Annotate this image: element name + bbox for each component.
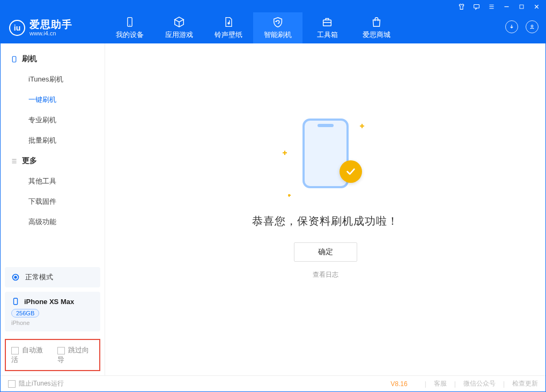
sidebar-group-flash: 刷机 — [1, 49, 105, 69]
sidebar-item-other[interactable]: 其他工具 — [1, 171, 105, 191]
nav-label: 工具箱 — [317, 30, 338, 40]
device-type: iPhone — [11, 320, 94, 326]
footer-link-support[interactable]: 客服 — [434, 379, 447, 388]
maximize-icon[interactable] — [518, 3, 525, 10]
nav-tools[interactable]: 工具箱 — [302, 12, 352, 43]
toolbox-icon — [321, 16, 333, 28]
phone-small-icon — [10, 55, 18, 63]
bag-icon — [371, 16, 382, 28]
nav-apps[interactable]: 应用游戏 — [154, 12, 204, 43]
list-icon — [10, 157, 18, 165]
svg-point-6 — [531, 25, 533, 27]
checkbox-auto-activate[interactable]: 自动激活 — [11, 345, 48, 365]
nav-label: 应用游戏 — [165, 30, 193, 40]
sidebar-item-oneclick[interactable]: 一键刷机 — [1, 90, 105, 110]
window-titlebar — [1, 1, 545, 12]
svg-point-9 — [14, 276, 17, 278]
svg-rect-1 — [520, 5, 523, 9]
cube-icon — [173, 16, 185, 28]
device-info-box[interactable]: iPhone XS Max 256GB iPhone — [5, 292, 100, 331]
status-bar: 阻止iTunes运行 V8.16 | 客服 | 微信公众号 | 检查更新 — [1, 375, 545, 391]
user-icon[interactable] — [526, 20, 538, 33]
svg-rect-10 — [14, 298, 18, 304]
sidebar-group-title: 更多 — [22, 156, 37, 166]
success-message: 恭喜您，保资料刷机成功啦！ — [252, 214, 399, 228]
nav-flash[interactable]: 智能刷机 — [253, 12, 302, 43]
check-badge-icon — [340, 160, 362, 183]
minimize-icon[interactable] — [503, 3, 510, 10]
nav-label: 智能刷机 — [264, 30, 292, 40]
sidebar-item-advanced[interactable]: 高级功能 — [1, 212, 105, 232]
device-mode-box[interactable]: 正常模式 — [5, 267, 100, 287]
sidebar-group-title: 刷机 — [22, 54, 37, 64]
app-name: 爱思助手 — [29, 19, 72, 29]
nav-label: 铃声壁纸 — [215, 30, 242, 40]
nav-label: 我的设备 — [116, 30, 144, 40]
close-icon[interactable] — [533, 3, 540, 10]
sidebar-item-batch[interactable]: 批量刷机 — [1, 130, 105, 151]
feedback-icon[interactable] — [473, 3, 480, 10]
nav-store[interactable]: 爱思商城 — [352, 12, 401, 43]
music-file-icon — [223, 16, 234, 28]
svg-rect-7 — [12, 56, 16, 62]
sidebar: 刷机 iTunes刷机 一键刷机 专业刷机 批量刷机 更多 其他工具 下载固件 … — [1, 43, 105, 375]
success-illustration — [283, 119, 368, 199]
app-site: www.i4.cn — [29, 31, 72, 36]
device-mode-label: 正常模式 — [25, 272, 53, 282]
nav-label: 爱思商城 — [363, 30, 390, 40]
tshirt-icon[interactable] — [458, 3, 465, 10]
mode-icon — [11, 273, 20, 282]
phone-small-icon — [11, 297, 20, 306]
phone-icon — [124, 16, 136, 28]
svg-rect-0 — [474, 4, 479, 8]
nav-media[interactable]: 铃声壁纸 — [204, 12, 253, 43]
device-name: iPhone XS Max — [24, 298, 74, 306]
sidebar-item-firmware[interactable]: 下载固件 — [1, 191, 105, 212]
checkbox-skip-wizard[interactable]: 跳过向导 — [57, 345, 94, 365]
view-log-link[interactable]: 查看日志 — [313, 270, 338, 279]
app-version: V8.16 — [390, 380, 407, 388]
sidebar-item-itunes[interactable]: iTunes刷机 — [1, 69, 105, 90]
sidebar-item-pro[interactable]: 专业刷机 — [1, 110, 105, 130]
sidebar-group-more: 更多 — [1, 151, 105, 171]
nav-device[interactable]: 我的设备 — [105, 12, 154, 43]
main-panel: 恭喜您，保资料刷机成功啦！ 确定 查看日志 — [105, 43, 545, 375]
app-header: iu 爱思助手 www.i4.cn 我的设备 应用游戏 铃声壁纸 智能刷机 工具… — [1, 12, 545, 43]
flash-options-row: 自动激活 跳过向导 — [5, 339, 100, 371]
logo-icon: iu — [9, 20, 25, 36]
download-icon[interactable] — [505, 20, 518, 33]
footer-link-wechat[interactable]: 微信公众号 — [463, 379, 496, 388]
menu-icon[interactable] — [488, 3, 495, 10]
refresh-shield-icon — [272, 16, 284, 28]
app-logo[interactable]: iu 爱思助手 www.i4.cn — [1, 12, 105, 43]
main-nav: 我的设备 应用游戏 铃声壁纸 智能刷机 工具箱 爱思商城 — [105, 12, 545, 43]
svg-point-3 — [129, 25, 130, 26]
footer-link-update[interactable]: 检查更新 — [512, 379, 538, 388]
svg-rect-5 — [323, 20, 331, 26]
checkbox-block-itunes[interactable]: 阻止iTunes运行 — [8, 379, 64, 388]
ok-button[interactable]: 确定 — [294, 242, 357, 262]
device-capacity: 256GB — [11, 309, 39, 317]
svg-point-4 — [228, 23, 230, 24]
